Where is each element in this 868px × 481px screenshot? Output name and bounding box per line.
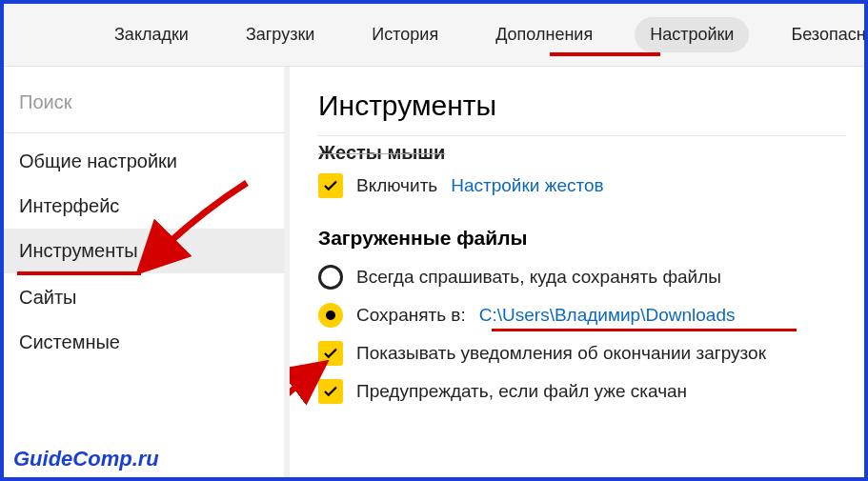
annotation-underline-path [492,329,797,331]
sidebar-item-sites[interactable]: Сайты [4,275,284,320]
sidebar-item-system[interactable]: Системные [4,320,284,365]
save-to-label: Сохранять в: [356,305,466,326]
watermark-text: GuideComp.ru [13,447,159,471]
top-tab-bar: Закладки Загрузки История Дополнения Нас… [4,4,864,67]
warn-downloaded-label: Предупреждать, если файл уже скачан [356,381,687,402]
sidebar-item-tools[interactable]: Инструменты [4,229,284,273]
settings-main-panel: Инструменты Жесты мыши Включить Настройк… [290,67,864,477]
annotation-underline-settings [550,52,660,56]
checkbox-warn-downloaded[interactable] [318,379,343,404]
tab-downloads[interactable]: Загрузки [231,17,330,52]
tab-history[interactable]: История [356,17,454,52]
radio-always-ask[interactable] [318,265,343,290]
check-icon [322,177,339,194]
prev-section-title-truncated: Жесты мыши [318,142,845,164]
section-divider [318,135,845,136]
enable-gestures-label: Включить [356,175,437,196]
search-input[interactable] [19,91,269,113]
save-to-path-link[interactable]: C:\Users\Владимир\Downloads [479,305,736,326]
check-icon [322,383,339,400]
sidebar-item-interface[interactable]: Интерфейс [4,184,284,229]
checkbox-enable-gestures[interactable] [318,173,343,198]
tab-bookmarks[interactable]: Закладки [99,17,204,52]
tab-addons[interactable]: Дополнения [480,17,608,52]
show-notifications-label: Показывать уведомления об окончании загр… [356,343,766,364]
radio-save-to[interactable] [318,303,343,328]
settings-sidebar: Общие настройки Интерфейс Инструменты Са… [4,67,290,477]
gesture-settings-link[interactable]: Настройки жестов [451,175,603,196]
sidebar-item-general[interactable]: Общие настройки [4,139,284,184]
checkbox-show-notifications[interactable] [318,341,343,366]
downloads-section-title: Загруженные файлы [318,227,845,250]
check-icon [322,345,339,362]
tab-security[interactable]: Безопасность [776,17,864,52]
tab-settings[interactable]: Настройки [635,17,749,52]
always-ask-label: Всегда спрашивать, куда сохранять файлы [356,267,721,288]
page-title: Инструменты [318,90,845,122]
